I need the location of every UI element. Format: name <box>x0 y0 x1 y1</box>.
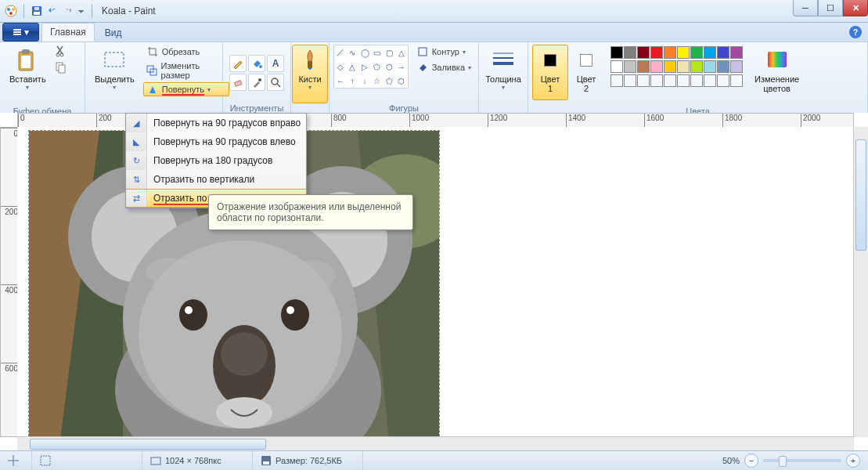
save-icon[interactable] <box>31 5 43 17</box>
color-palette <box>610 46 743 87</box>
color-swatch[interactable] <box>677 46 690 59</box>
color-swatch[interactable] <box>690 46 703 59</box>
outline-icon <box>416 45 429 58</box>
color-swatch[interactable] <box>650 74 663 87</box>
pencil-tool[interactable] <box>229 55 247 72</box>
ruler-tick: 2000 <box>801 114 820 115</box>
color-swatch[interactable] <box>664 46 676 59</box>
color-swatch[interactable] <box>677 60 690 73</box>
resize-button[interactable]: Изменить размер <box>143 60 229 81</box>
tab-home[interactable]: Главная <box>41 23 95 42</box>
picker-tool[interactable] <box>248 74 265 91</box>
color1-button[interactable]: Цвет 1 <box>532 45 568 100</box>
color-swatch[interactable] <box>690 60 703 73</box>
ruler-tick: 800 <box>331 114 347 115</box>
ribbon-tab-row: ▾ Главная Вид ? <box>0 23 868 42</box>
minimize-button[interactable]: ─ <box>793 0 818 16</box>
shape-outline-button[interactable]: Контур▾ <box>413 45 474 59</box>
color-swatch[interactable] <box>650 46 663 59</box>
svg-point-23 <box>258 78 261 81</box>
color-swatch[interactable] <box>610 74 623 87</box>
group-clipboard: Вставить ▾ Буфер обмена <box>0 42 85 114</box>
color-swatch[interactable] <box>650 60 663 73</box>
svg-point-21 <box>259 65 262 68</box>
text-tool[interactable]: A <box>267 55 284 72</box>
rotate-button[interactable]: Повернуть ▾ <box>143 82 229 96</box>
color-swatch[interactable] <box>717 60 729 73</box>
color-swatch[interactable] <box>624 60 636 73</box>
color-swatch[interactable] <box>704 60 716 73</box>
svg-rect-8 <box>13 31 21 33</box>
svg-point-3 <box>9 12 13 15</box>
svg-marker-20 <box>149 86 156 93</box>
rotate-item-icon: ◢ <box>126 114 147 115</box>
help-icon[interactable]: ? <box>849 26 862 38</box>
crop-button[interactable]: Обрезать <box>143 45 229 59</box>
color2-button[interactable]: Цвет 2 <box>568 45 604 100</box>
color2-label: Цвет 2 <box>577 74 596 93</box>
color-swatch[interactable] <box>664 60 676 73</box>
ruler-tick: 1200 <box>488 114 507 115</box>
chevron-down-icon: ▾ <box>26 84 29 91</box>
eraser-tool[interactable] <box>229 74 247 91</box>
outline-label: Контур <box>432 47 459 56</box>
file-menu-button[interactable]: ▾ <box>2 23 39 42</box>
color-swatch[interactable] <box>637 60 650 73</box>
resize-icon <box>146 64 158 77</box>
close-button[interactable]: ✕ <box>843 0 868 16</box>
group-thickness: Толщина ▾ x <box>479 42 528 114</box>
color-swatch[interactable] <box>664 74 676 87</box>
svg-point-2 <box>12 8 15 11</box>
color-swatch[interactable] <box>730 60 743 73</box>
redo-icon[interactable] <box>62 5 74 17</box>
cut-icon[interactable] <box>55 45 67 60</box>
ruler-tick: 0 <box>18 114 25 115</box>
maximize-button[interactable]: ☐ <box>818 0 843 16</box>
fill-tool[interactable] <box>248 55 265 72</box>
thickness-button[interactable]: Толщина ▾ <box>480 45 527 103</box>
select-button[interactable]: Выделить ▾ <box>89 45 140 103</box>
color-swatch[interactable] <box>704 46 716 59</box>
svg-point-24 <box>272 78 278 85</box>
qat-customize-icon[interactable]: ⏷ <box>77 7 85 16</box>
edit-colors-icon <box>765 48 790 73</box>
svg-rect-5 <box>34 12 40 15</box>
svg-rect-27 <box>419 48 427 56</box>
color-swatch[interactable] <box>610 46 623 59</box>
color-swatch[interactable] <box>637 74 650 87</box>
color-swatch[interactable] <box>730 74 743 87</box>
color-swatch[interactable] <box>624 46 636 59</box>
tab-view[interactable]: Вид <box>97 24 130 42</box>
shape-fill-button[interactable]: Заливка▾ <box>413 60 474 74</box>
svg-rect-26 <box>308 61 312 67</box>
chevron-down-icon: ▾ <box>502 84 505 91</box>
color1-label: Цвет 1 <box>541 74 560 93</box>
color-swatch[interactable] <box>690 74 703 87</box>
ruler-tick: 200 <box>96 114 112 115</box>
paste-button[interactable]: Вставить ▾ <box>4 45 52 103</box>
svg-rect-16 <box>59 65 65 73</box>
fill-label: Заливка <box>432 63 465 72</box>
color-swatch[interactable] <box>637 46 650 59</box>
color-swatch[interactable] <box>624 74 636 87</box>
svg-rect-7 <box>13 29 21 31</box>
resize-label: Изменить размер <box>161 61 226 80</box>
color-swatch[interactable] <box>730 46 743 59</box>
copy-icon[interactable] <box>55 61 67 76</box>
chevron-down-icon: ▾ <box>207 86 211 93</box>
paste-label: Вставить <box>9 74 46 84</box>
color-swatch[interactable] <box>717 46 729 59</box>
magnifier-tool[interactable] <box>267 74 284 91</box>
color-swatch[interactable] <box>717 74 729 87</box>
brush-icon <box>297 48 322 73</box>
window-controls: ─ ☐ ✕ <box>793 0 868 16</box>
color-swatch[interactable] <box>677 74 690 87</box>
undo-icon[interactable] <box>46 5 59 17</box>
rotate-menu-item[interactable]: ◢Повернуть на 90 градусов вправо <box>126 114 306 115</box>
shapes-gallery[interactable]: ／∿◯▭▢△ ◇△▷⬠⬡→ ←↑↓☆⬠⬡ <box>333 45 409 89</box>
edit-colors-button[interactable]: Изменение цветов <box>749 45 805 103</box>
color-swatch[interactable] <box>704 74 716 87</box>
color-swatch[interactable] <box>610 60 623 73</box>
svg-rect-11 <box>22 49 30 54</box>
brushes-button[interactable]: Кисти ▾ <box>292 45 328 103</box>
